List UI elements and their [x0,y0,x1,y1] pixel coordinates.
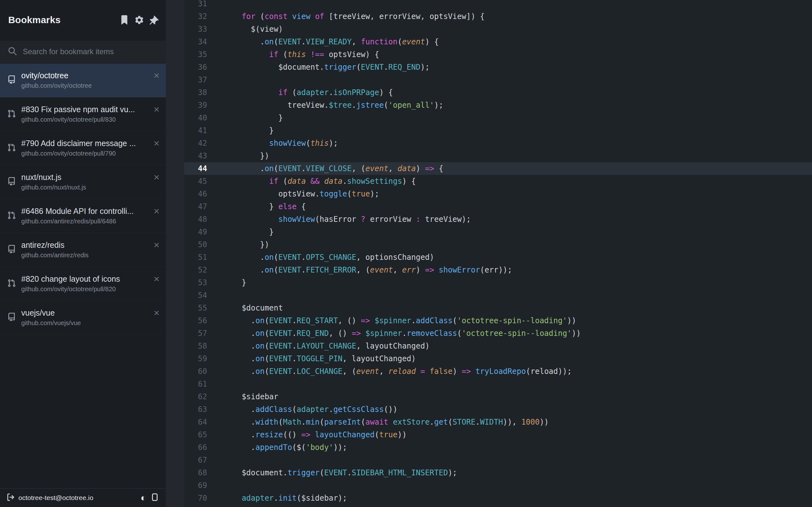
code-line[interactable]: 58 .on(EVENT.LAYOUT_CHANGE, layoutChange… [184,340,812,352]
bookmark-url: github.com/antirez/redis/pull/6486 [21,218,148,225]
bookmark-url: github.com/ovity/octotree/pull/820 [21,285,148,293]
code-line[interactable]: 57 .on(EVENT.REQ_END, () => $spinner.rem… [184,327,812,340]
code-text: if (this !== optsView) { [207,48,379,61]
code-line[interactable]: 35 if (this !== optsView) { [184,48,812,61]
code-line[interactable]: 51 .on(EVENT.OPTS_CHANGE, optionsChanged… [184,251,812,264]
bookmark-url: github.com/nuxt/nuxt.js [21,184,148,191]
code-text: if (data && data.showSettings) { [207,175,416,187]
line-number: 64 [184,416,207,429]
code-line[interactable]: 52 .on(EVENT.FETCH_ERROR, (event, err) =… [184,264,812,276]
code-line[interactable]: 40 } [184,112,812,124]
code-line[interactable]: 61 [184,378,812,390]
close-icon[interactable]: × [154,274,159,284]
code-text: $(view) [207,23,283,36]
close-icon[interactable]: × [154,138,159,148]
panel-icon[interactable] [151,493,159,503]
code-line[interactable]: 42 showView(this); [184,137,812,150]
bookmark-item[interactable]: #790 Add disclaimer message ... github.c… [0,131,166,165]
pull-request-icon [7,211,16,221]
code-line[interactable]: 65 .resize(() => layoutChanged(true)) [184,429,812,441]
bookmark-title: ovity/octotree [21,71,148,80]
code-line[interactable]: 33 $(view) [184,23,812,36]
gear-icon[interactable] [134,15,144,25]
code-line[interactable]: 47 } else { [184,200,812,213]
close-icon[interactable]: × [154,206,159,216]
code-line[interactable]: 37 [184,73,812,86]
code-line[interactable]: 54 [184,289,812,302]
bookmark-item[interactable]: #830 Fix passive npm audit vu... github.… [0,97,166,131]
bookmark-list: ovity/octotree github.com/ovity/octotree… [0,63,166,488]
bookmark-item[interactable]: nuxt/nuxt.js github.com/nuxt/nuxt.js × [0,165,166,199]
contrast-icon[interactable]: ◐ [141,493,146,503]
code-line[interactable]: 44 .on(EVENT.VIEW_CLOSE, (event, data) =… [184,162,812,175]
sign-out-icon[interactable] [6,493,14,503]
code-line[interactable]: 32 for (const view of [treeView, errorVi… [184,10,812,23]
repo-icon [7,313,16,323]
close-icon[interactable]: × [154,104,159,114]
search-icon [8,46,17,57]
code-line[interactable]: 43 }) [184,150,812,162]
line-number: 71 [184,504,207,507]
code-line[interactable]: 34 .on(EVENT.VIEW_READY, function(event)… [184,36,812,48]
code-text: .on(EVENT.VIEW_READY, function(event) { [207,36,439,48]
line-number: 33 [184,23,207,36]
code-line[interactable]: 56 .on(EVENT.REQ_START, () => $spinner.a… [184,314,812,327]
code-line[interactable]: 49 } [184,226,812,238]
line-number: 68 [184,466,207,479]
code-text: showView(hasError ? errorView : treeView… [207,213,471,226]
sidebar-header-actions [119,15,159,25]
code-line[interactable]: 70 adapter.init($sidebar); [184,492,812,504]
code-text [207,0,233,10]
code-line[interactable]: 31 [184,0,812,10]
code-line[interactable]: 39 treeView.$tree.jstree('open_all'); [184,99,812,112]
bookmark-url: github.com/vuejs/vue [21,320,148,327]
bookmark-title: nuxt/nuxt.js [21,173,148,182]
search-input[interactable] [22,47,158,56]
line-number: 39 [184,99,207,112]
code-line[interactable]: 41 } [184,124,812,137]
code-line[interactable]: 63 .addClass(adapter.getCssClass()) [184,403,812,416]
sidebar-title: Bookmarks [8,14,61,25]
code-line[interactable]: 50 }) [184,238,812,251]
close-icon[interactable]: × [154,172,159,182]
code-line[interactable]: 46 optsView.toggle(true); [184,187,812,200]
code-line[interactable]: 66 .appendTo($('body')); [184,441,812,454]
close-icon[interactable]: × [154,240,159,250]
sidebar-resize-gutter[interactable] [166,0,184,507]
code-line[interactable]: 71 await pluginManager.activate( [184,504,812,507]
bookmark-item[interactable]: vuejs/vue github.com/vuejs/vue × [0,301,166,335]
bookmark-title: #830 Fix passive npm audit vu... [21,105,148,114]
code-line[interactable]: 55 $document [184,302,812,314]
bookmark-url: github.com/ovity/octotree/pull/790 [21,150,148,157]
close-icon[interactable]: × [154,70,159,80]
code-line[interactable]: 53 } [184,276,812,289]
code-line[interactable]: 62 $sidebar [184,390,812,403]
code-line[interactable]: 67 [184,454,812,466]
line-number: 35 [184,48,207,61]
code-text: .on(EVENT.OPTS_CHANGE, optionsChanged) [207,251,434,264]
code-line[interactable]: 36 $document.trigger(EVENT.REQ_END); [184,61,812,73]
bookmark-icon[interactable] [119,15,129,25]
code-line[interactable]: 68 $document.trigger(EVENT.SIDEBAR_HTML_… [184,466,812,479]
code-line[interactable]: 48 showView(hasError ? errorView : treeV… [184,213,812,226]
line-number: 40 [184,112,207,124]
bookmark-item[interactable]: #6486 Module API for controlli... github… [0,199,166,233]
bookmark-title: vuejs/vue [21,308,148,318]
code-line[interactable]: 59 .on(EVENT.TOGGLE_PIN, layoutChanged) [184,352,812,365]
bookmark-title: antirez/redis [21,240,148,250]
bookmark-title: #820 change layout of icons [21,274,148,284]
pin-icon[interactable] [149,15,159,25]
code-line[interactable]: 60 .on(EVENT.LOC_CHANGE, (event, reload … [184,365,812,378]
code-line[interactable]: 38 if (adapter.isOnPRPage) { [184,86,812,99]
line-number: 37 [184,73,207,86]
bookmark-item[interactable]: antirez/redis github.com/antirez/redis × [0,233,166,267]
code-line[interactable]: 69 [184,479,812,492]
bookmark-item[interactable]: ovity/octotree github.com/ovity/octotree… [0,63,166,97]
code-line[interactable]: 64 .width(Math.min(parseInt(await extSto… [184,416,812,429]
bookmark-item[interactable]: #820 change layout of icons github.com/o… [0,267,166,301]
line-number: 41 [184,124,207,137]
code-line[interactable]: 45 if (data && data.showSettings) { [184,175,812,187]
close-icon[interactable]: × [154,308,159,318]
code-text: }) [207,238,269,251]
repo-icon [7,177,16,187]
